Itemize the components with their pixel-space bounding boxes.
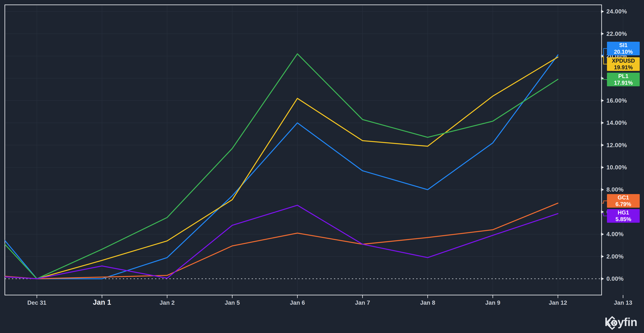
y-tick-arrow <box>601 233 604 236</box>
x-axis-label: Jan 9 <box>485 299 500 306</box>
x-axis-label: Dec 31 <box>27 299 46 306</box>
y-axis-label: 0.00% <box>606 275 624 282</box>
series-line-hg1[interactable] <box>0 205 558 279</box>
y-axis-label: 10.00% <box>606 164 627 171</box>
y-tick-arrow <box>601 188 604 191</box>
badge-connector-pl1 <box>602 79 607 80</box>
y-axis-label: 12.00% <box>606 142 627 149</box>
price-performance-chart[interactable] <box>0 0 644 333</box>
badge-connector-si1 <box>602 49 607 55</box>
series-line-si1[interactable] <box>0 55 558 279</box>
y-tick-arrow <box>601 144 604 147</box>
series-ticker: XPDUSD <box>612 58 635 64</box>
koyfin-logo-icon <box>605 315 619 330</box>
koyfin-logo: koyfin <box>605 315 637 329</box>
series-value: 17.91% <box>614 80 633 86</box>
y-tick-arrow <box>601 121 604 124</box>
chart-area: 24.00%22.00%20.00%18.00%16.00%14.00%12.0… <box>0 0 644 333</box>
x-axis-label: Jan 12 <box>549 299 567 306</box>
badge-connector-hg1 <box>602 214 607 216</box>
x-axis-label: Jan 1 <box>93 298 111 306</box>
series-ticker: PL1 <box>618 73 628 80</box>
x-axis-label: Jan 13 <box>614 299 632 306</box>
series-badge-hg1[interactable]: HG15.85% <box>607 209 640 223</box>
y-axis-label: 2.00% <box>606 253 624 260</box>
x-axis-label: Jan 8 <box>420 299 435 306</box>
y-tick-arrow <box>601 277 604 280</box>
x-axis-label: Jan 6 <box>290 299 305 306</box>
series-ticker: SI1 <box>619 42 628 49</box>
series-badge-gc1[interactable]: GC16.79% <box>607 194 640 208</box>
series-ticker: GC1 <box>618 194 629 201</box>
y-tick-arrow <box>601 32 604 36</box>
series-value: 5.85% <box>616 216 631 222</box>
series-line-gc1[interactable] <box>0 203 558 279</box>
series-value: 6.79% <box>616 201 631 207</box>
series-ticker: HG1 <box>618 209 629 216</box>
y-axis-label: 22.00% <box>606 31 627 37</box>
y-tick-arrow <box>601 10 604 13</box>
plot-border <box>5 5 602 295</box>
badge-connector-xpdusd <box>602 57 607 64</box>
y-axis-label: 4.00% <box>606 231 624 238</box>
series-value: 19.91% <box>614 64 633 71</box>
series-badge-xpdusd[interactable]: XPDUSD19.91% <box>607 57 640 71</box>
y-axis-label: 16.00% <box>606 97 627 104</box>
series-line-pl1[interactable] <box>0 54 558 279</box>
badge-connector-gc1 <box>602 201 607 203</box>
series-badge-si1[interactable]: SI120.10% <box>607 42 640 55</box>
x-axis-label: Jan 5 <box>225 299 240 306</box>
y-axis-label: 8.00% <box>606 186 624 193</box>
x-axis-label: Jan 2 <box>160 299 174 306</box>
y-axis-label: 14.00% <box>606 119 627 126</box>
y-tick-arrow <box>601 210 604 214</box>
x-axis-label: Jan 7 <box>355 299 370 306</box>
series-badge-pl1[interactable]: PL117.91% <box>607 73 640 86</box>
y-tick-arrow <box>601 99 604 102</box>
series-value: 20.10% <box>614 49 633 55</box>
y-tick-arrow <box>601 255 604 258</box>
y-axis-label: 24.00% <box>606 8 627 15</box>
series-line-xpdusd[interactable] <box>0 57 558 279</box>
y-tick-arrow <box>601 166 604 169</box>
